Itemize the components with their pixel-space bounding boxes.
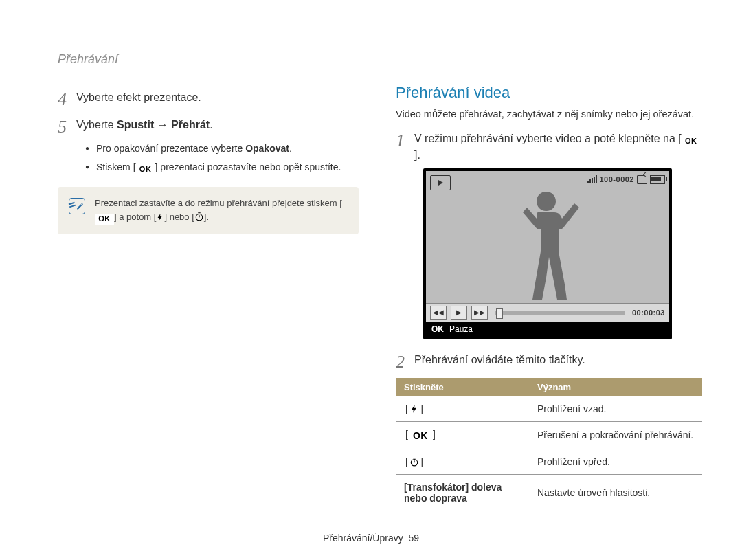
table-row: [] Prohlížení vzad. bbox=[396, 396, 702, 422]
step1-post: ]. bbox=[414, 149, 420, 161]
pause-label: Pauza bbox=[449, 324, 473, 334]
progress-track[interactable] bbox=[495, 311, 625, 315]
timer-icon bbox=[409, 457, 419, 467]
video-preview: 100-0002 ◀◀ ▶ ▶▶ 00:00:03 OK bbox=[423, 168, 672, 339]
timer-icon bbox=[194, 212, 204, 222]
battery-icon bbox=[650, 175, 665, 184]
page-footer: Přehrávání/Úpravy 59 bbox=[0, 533, 742, 544]
left-column: 4 Vyberte efekt prezentace. 5 Vyberte Sp… bbox=[58, 81, 363, 511]
bullet-pause: Stiskem [OK] prezentaci pozastavíte nebo… bbox=[85, 160, 363, 175]
table-row: [Transfokátor] doleva nebo doprava Nasta… bbox=[396, 474, 702, 511]
step-number-5: 5 bbox=[58, 118, 67, 136]
table-header: Stiskněte Význam bbox=[396, 378, 702, 396]
bullet1-pre: Pro opakování prezentace vyberte bbox=[96, 143, 245, 154]
bullet1-bold: Opakovat bbox=[245, 143, 289, 154]
ok-icon: OK bbox=[409, 429, 431, 442]
page-number: 59 bbox=[408, 533, 419, 544]
step-2-text: Přehrávání ovládáte těmito tlačítky. bbox=[414, 352, 585, 368]
th-press: Stiskněte bbox=[396, 378, 529, 396]
right-column: Přehrávání videa Video můžete přehrávat,… bbox=[396, 81, 702, 511]
step-4-text: Vyberte efekt prezentace. bbox=[76, 89, 201, 105]
th-meaning: Význam bbox=[529, 378, 702, 396]
video-screen: 100-0002 bbox=[426, 171, 669, 303]
note-text: Prezentaci zastavíte a do režimu přehráv… bbox=[95, 197, 348, 225]
ok-icon: OK bbox=[682, 136, 701, 147]
bullet-repeat: Pro opakování prezentace vyberte Opakova… bbox=[85, 142, 363, 156]
ok-label: OK bbox=[431, 324, 444, 334]
controls-table: Stiskněte Význam [] Prohlížení vzad. [OK… bbox=[396, 378, 702, 511]
note-mid: ] a potom [ bbox=[114, 212, 156, 222]
svg-point-0 bbox=[196, 214, 202, 221]
footer-section: Přehrávání/Úpravy bbox=[323, 533, 403, 544]
ok-icon: OK bbox=[136, 164, 155, 175]
note-pre: Prezentaci zastavíte a do režimu přehráv… bbox=[95, 198, 342, 208]
note-box: Prezentaci zastavíte a do režimu přehráv… bbox=[58, 187, 359, 234]
meaning-forward: Prohlížení vpřed. bbox=[529, 449, 702, 474]
step-number-1: 1 bbox=[396, 132, 405, 150]
section-heading: Přehrávání videa bbox=[396, 84, 702, 102]
key-flash: [] bbox=[396, 396, 529, 422]
key-timer: [] bbox=[396, 449, 529, 474]
step5-post: . bbox=[210, 119, 212, 131]
meaning-pause: Přerušení a pokračování přehrávání. bbox=[529, 421, 702, 449]
section-intro: Video můžete přehrávat, zachytávat z něj… bbox=[396, 107, 702, 122]
note-or: ] nebo [ bbox=[164, 212, 194, 222]
table-row: [OK] Přerušení a pokračování přehrávání. bbox=[396, 421, 702, 449]
video-footer: OK Pauza bbox=[426, 322, 669, 337]
step5-pre: Vyberte bbox=[76, 119, 117, 131]
video-controls-bar: ◀◀ ▶ ▶▶ 00:00:03 bbox=[426, 303, 669, 322]
flash-icon bbox=[409, 404, 419, 414]
ok-icon: OK bbox=[95, 214, 114, 225]
video-status-bar: 100-0002 bbox=[587, 175, 666, 184]
memory-card-icon bbox=[637, 175, 647, 184]
key-zoom: [Transfokátor] doleva nebo doprava bbox=[396, 474, 529, 511]
forward-button[interactable]: ▶▶ bbox=[471, 306, 488, 320]
meaning-volume: Nastavte úroveň hlasitosti. bbox=[529, 474, 702, 511]
video-time: 00:00:03 bbox=[632, 309, 665, 317]
person-silhouette bbox=[506, 186, 589, 303]
bullet1-post: . bbox=[289, 143, 292, 154]
progress-handle[interactable] bbox=[496, 308, 503, 319]
bullet2-pre: Stiskem [ bbox=[96, 161, 136, 172]
step5-bold: Spustit → Přehrát bbox=[117, 119, 210, 131]
rewind-button[interactable]: ◀◀ bbox=[430, 306, 447, 320]
table-row: [] Prohlížení vpřed. bbox=[396, 449, 702, 474]
frame-counter: 100-0002 bbox=[600, 175, 635, 183]
step-5-text: Vyberte Spustit → Přehrát. bbox=[76, 117, 213, 133]
note-end: ]. bbox=[204, 212, 209, 222]
step5-bullets: Pro opakování prezentace vyberte Opakova… bbox=[85, 142, 363, 175]
step-number-4: 4 bbox=[58, 91, 67, 109]
meaning-rewind: Prohlížení vzad. bbox=[529, 396, 702, 422]
playback-mode-icon bbox=[430, 175, 451, 190]
step-1-text: V režimu přehrávání vyberte video a poté… bbox=[414, 131, 702, 163]
bullet2-post: ] prezentaci pozastavíte nebo opět spust… bbox=[155, 161, 341, 172]
running-head: Přehrávání bbox=[58, 52, 704, 71]
play-button[interactable]: ▶ bbox=[451, 306, 467, 320]
step-number-2: 2 bbox=[396, 353, 405, 371]
key-ok: [OK] bbox=[396, 421, 529, 449]
note-icon bbox=[69, 198, 85, 214]
flash-icon bbox=[156, 212, 164, 222]
signal-icon bbox=[587, 175, 597, 183]
step1-pre: V režimu přehrávání vyberte video a poté… bbox=[414, 133, 682, 144]
